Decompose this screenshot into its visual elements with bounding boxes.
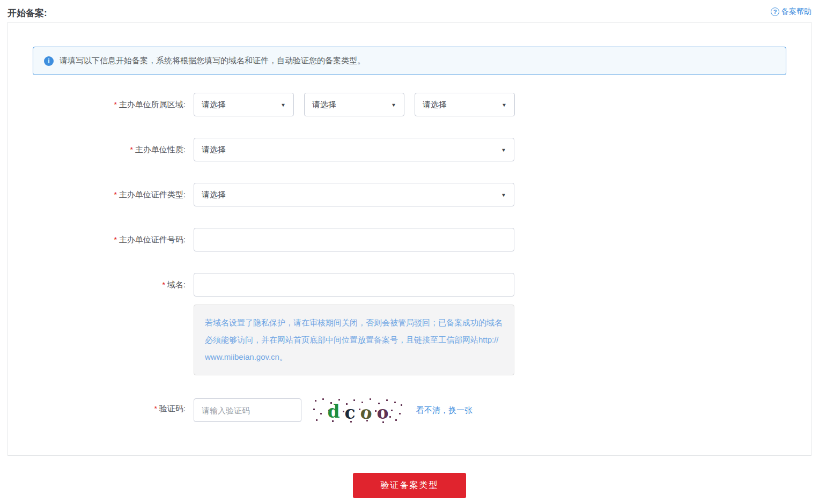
chevron-down-icon: ▼ <box>391 102 396 107</box>
chevron-down-icon: ▼ <box>501 102 507 107</box>
region-district-select[interactable]: 请选择 ▼ <box>415 93 515 116</box>
form-row-region: *主办单位所属区域: 请选择 ▼ 请选择 ▼ 请选择 ▼ <box>8 93 786 116</box>
select-value: 请选择 <box>202 100 226 110</box>
region-city-select[interactable]: 请选择 ▼ <box>304 93 404 116</box>
field-label-region: *主办单位所属区域: <box>8 93 194 116</box>
field-label-cert-type: *主办单位证件类型: <box>8 183 194 206</box>
info-alert-text: 请填写以下信息开始备案，系统将根据您填写的域名和证件，自动验证您的备案类型。 <box>60 56 365 66</box>
footer-actions: 验证备案类型 <box>0 473 819 498</box>
chevron-down-icon: ▼ <box>281 102 286 107</box>
form-row-cert-type: *主办单位证件类型: 请选择 ▼ <box>8 183 786 206</box>
page-header: 开始备案: ? 备案帮助 <box>0 0 819 22</box>
field-label-domain: *域名: <box>8 273 194 297</box>
region-selects: 请选择 ▼ 请选择 ▼ 请选择 ▼ <box>194 93 515 116</box>
captcha-refresh-link[interactable]: 看不清，换一张 <box>416 405 473 416</box>
info-icon: i <box>44 56 54 66</box>
select-value: 请选择 <box>423 100 447 110</box>
org-nature-select[interactable]: 请选择 ▼ <box>194 138 514 161</box>
domain-input[interactable] <box>194 273 514 297</box>
select-value: 请选择 <box>202 190 226 200</box>
form-row-domain: *域名: 若域名设置了隐私保护，请在审核期间关闭，否则会被管局驳回；已备案成功的… <box>8 273 786 375</box>
captcha-char: c <box>344 404 355 421</box>
select-value: 请选择 <box>202 145 226 155</box>
field-label-captcha: *验证码: <box>8 397 194 420</box>
form-row-captcha: *验证码: d c o o 看不清，换一张 <box>8 397 786 424</box>
chevron-down-icon: ▼ <box>501 147 506 152</box>
verify-filing-type-button[interactable]: 验证备案类型 <box>353 473 466 498</box>
required-asterisk: * <box>130 145 132 154</box>
required-asterisk: * <box>114 100 116 109</box>
help-link[interactable]: ? 备案帮助 <box>771 7 811 17</box>
question-circle-icon: ? <box>771 8 779 16</box>
captcha-char: d <box>327 403 340 420</box>
filing-form: *主办单位所属区域: 请选择 ▼ 请选择 ▼ 请选择 ▼ *主办单位性质: <box>8 93 786 424</box>
page-title: 开始备案: <box>8 7 47 19</box>
region-province-select[interactable]: 请选择 ▼ <box>194 93 294 116</box>
required-asterisk: * <box>114 190 116 199</box>
required-asterisk: * <box>114 235 116 244</box>
captcha-image[interactable]: d c o o <box>311 397 405 424</box>
help-link-label: 备案帮助 <box>781 7 811 17</box>
form-row-org-nature: *主办单位性质: 请选择 ▼ <box>8 138 786 161</box>
cert-type-select[interactable]: 请选择 ▼ <box>194 183 514 206</box>
captcha-noise-dots <box>311 397 312 398</box>
field-label-org-nature: *主办单位性质: <box>8 138 194 161</box>
domain-note: 若域名设置了隐私保护，请在审核期间关闭，否则会被管局驳回；已备案成功的域名必须能… <box>194 305 514 375</box>
info-alert: i 请填写以下信息开始备案，系统将根据您填写的域名和证件，自动验证您的备案类型。 <box>33 47 786 75</box>
cert-number-input[interactable] <box>194 228 514 251</box>
select-value: 请选择 <box>312 100 336 110</box>
captcha-char: o <box>359 403 373 423</box>
required-asterisk: * <box>162 280 165 289</box>
captcha-input[interactable] <box>194 398 301 422</box>
filing-form-card: i 请填写以下信息开始备案，系统将根据您填写的域名和证件，自动验证您的备案类型。… <box>8 22 811 456</box>
captcha-char: o <box>377 404 389 421</box>
field-label-cert-number: *主办单位证件号码: <box>8 228 194 251</box>
required-asterisk: * <box>154 404 157 413</box>
form-row-cert-number: *主办单位证件号码: <box>8 228 786 251</box>
chevron-down-icon: ▼ <box>501 192 506 197</box>
